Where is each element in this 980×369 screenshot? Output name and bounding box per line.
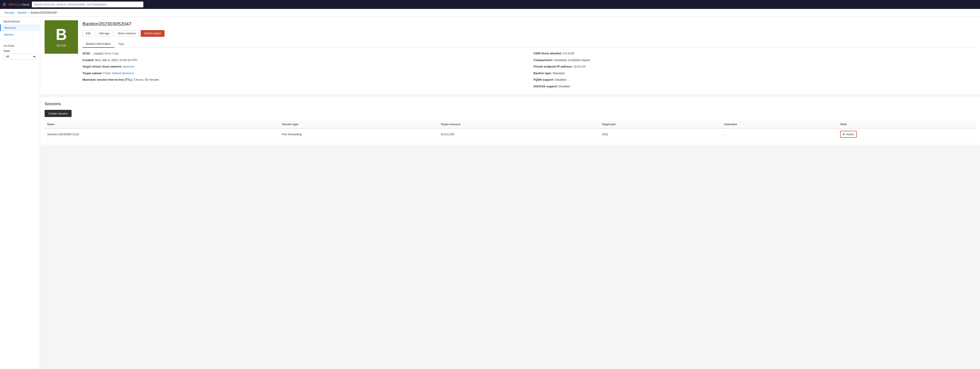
cell-session-type: Port forwarding [279, 128, 438, 140]
main-layout: Resources Sessions Metrics Filters State… [0, 17, 980, 369]
col-target-resource: Target resource [438, 121, 599, 128]
cell-username: - [721, 128, 838, 140]
ocid-show-link[interactable]: Show [104, 52, 111, 55]
ocid-copy-link[interactable]: Copy [112, 52, 119, 55]
main-content: B ACTIVE Bastion202303052047 Edit Add ta… [40, 17, 980, 369]
state-filter-label: State [3, 49, 37, 52]
info-col-left: OCID: ...ospqzq Show Copy Created: Mon, … [83, 51, 525, 91]
resource-icon-letter: B [56, 27, 67, 42]
resources-section-title: Resources [0, 17, 40, 24]
sidebar-item-metrics[interactable]: Metrics [0, 31, 40, 38]
state-text: Active [846, 133, 854, 136]
filters-title: Filters [3, 45, 37, 47]
info-cidr: CIDR block allowlist: 0.0.0.0/0 [533, 51, 975, 56]
cell-target-resource: 10.0.0.233 [438, 128, 599, 140]
info-bastion-type: Bastion type: Standard [533, 71, 975, 76]
cloud-text: Cloud [22, 3, 29, 6]
create-session-button[interactable]: Create session [45, 110, 72, 117]
search-input[interactable] [32, 2, 143, 7]
cell-state: Active [838, 128, 975, 140]
breadcrumb-bastion[interactable]: Bastion [18, 11, 27, 14]
info-col-right: CIDR block allowlist: 0.0.0.0/0 Compartm… [533, 51, 975, 91]
col-state: State [838, 121, 975, 128]
resource-status-badge: ACTIVE [56, 44, 66, 47]
tab-tags[interactable]: Tags [115, 40, 127, 48]
info-ttl: Maximum session time-to-live (TTL): 3 ho… [83, 78, 525, 82]
table-row[interactable]: Session-20230305-2118 Port forwarding 10… [45, 128, 975, 140]
sidebar: Resources Sessions Metrics Filters State… [0, 17, 40, 369]
add-tags-button[interactable]: Add tags [95, 30, 113, 37]
col-target-port: Target port [599, 121, 721, 128]
hamburger-menu-icon[interactable]: ☰ [3, 2, 6, 7]
cell-name: Session-20230305-2118 [45, 128, 279, 140]
vcn-link[interactable]: demovnc [123, 65, 135, 68]
filters-section: Filters State All Active Creating Delete… [0, 42, 40, 62]
info-grid: OCID: ...ospqzq Show Copy Created: Mon, … [83, 51, 975, 91]
state-filter-select[interactable]: All Active Creating Deleted Deleting Fai… [3, 54, 37, 60]
info-subnet: Target subnet: Public Subnet-demovnc [83, 71, 525, 76]
edit-button[interactable]: Edit [83, 30, 94, 37]
oracle-text: ORACLE [8, 3, 21, 6]
col-username: Username [721, 121, 838, 128]
info-fqdn: FQDN support: Disabled [533, 78, 975, 82]
info-created: Created: Mon, Mar 6, 2023, 01:54:19 UTC [83, 58, 525, 62]
info-ocid: OCID: ...ospqzq Show Copy [83, 51, 525, 56]
top-nav: ☰ ORACLE Cloud [0, 0, 980, 9]
resource-title: Bastion202303052047 [83, 21, 975, 27]
delete-bastion-button[interactable]: Delete bastion [141, 30, 164, 37]
resource-icon: B ACTIVE [45, 20, 78, 54]
breadcrumb-security[interactable]: Security [5, 11, 14, 14]
info-private-ip: Private endpoint IP address: 10.0.0.44 [533, 64, 975, 69]
info-vcn: Target virtual cloud network: demovnc [83, 64, 525, 69]
resource-details: Bastion202303052047 Edit Add tags Move r… [83, 20, 975, 91]
oracle-logo: ORACLE Cloud [8, 3, 29, 6]
sessions-title: Sessions [45, 102, 975, 106]
table-header-row: Name Session type Target resource Target… [45, 121, 975, 128]
info-compartment: Compartment: rheodata1 (root)/Dev-Space [533, 58, 975, 62]
breadcrumb-current: Bastion202303052047 [31, 11, 57, 14]
state-badge: Active [840, 131, 856, 138]
bastion-info-panel: OCID: ...ospqzq Show Copy Created: Mon, … [83, 48, 975, 91]
info-socks5: SOCKS5 support: Disabled [533, 84, 975, 89]
sessions-section: Sessions Create session Name Session typ… [40, 97, 980, 145]
col-name: Name [45, 121, 279, 128]
sessions-table: Name Session type Target resource Target… [45, 121, 975, 140]
move-resource-button[interactable]: Move resource [115, 30, 139, 37]
subnet-link[interactable]: Public Subnet-demovnc [103, 72, 134, 75]
tab-bastion-information[interactable]: Bastion information [83, 40, 115, 48]
state-dot-icon [843, 134, 845, 135]
sidebar-item-sessions[interactable]: Sessions [0, 24, 40, 31]
action-buttons: Edit Add tags Move resource Delete basti… [83, 30, 975, 37]
cell-target-port: 1521 [599, 128, 721, 140]
breadcrumb: Security › Bastion › Bastion202303052047 [0, 9, 980, 17]
resource-header: B ACTIVE Bastion202303052047 Edit Add ta… [40, 17, 980, 94]
col-session-type: Session type [279, 121, 438, 128]
tabs: Bastion information Tags [83, 40, 975, 48]
